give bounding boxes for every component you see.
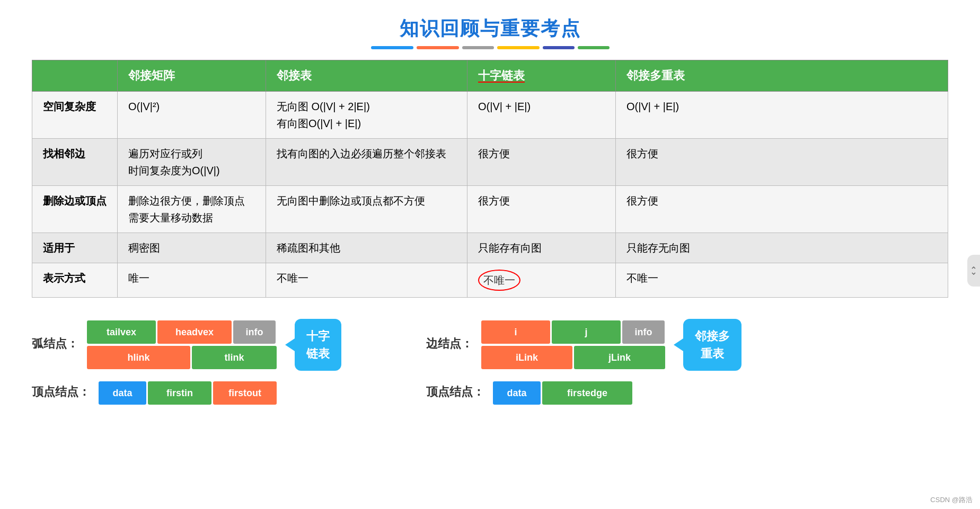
space-adj-matrix: O(|V|²) bbox=[118, 92, 266, 139]
scroll-indicator[interactable] bbox=[967, 255, 980, 287]
edge-node-row2: iLink jLink bbox=[481, 346, 665, 369]
arc-node-label: 弧结点： bbox=[32, 336, 78, 352]
data-cell-right: data bbox=[493, 381, 541, 405]
cross-callout-wrapper: 十字链表 bbox=[285, 319, 341, 371]
hlink-cell: hlink bbox=[87, 346, 190, 369]
arc-node-section: 弧结点： tailvex headvex info hlink tlink bbox=[32, 319, 341, 371]
scroll-icon bbox=[970, 265, 977, 276]
header-empty bbox=[32, 60, 118, 92]
circled-text: 不唯一 bbox=[478, 270, 520, 291]
color-indigo bbox=[543, 46, 575, 49]
cross-list-diagram-group: 弧结点： tailvex headvex info hlink tlink bbox=[32, 319, 341, 405]
main-container: 知识回顾与重要考点 邻接矩阵 邻接表 十字链表 邻接多重表 空间复杂度 O(|V… bbox=[0, 0, 980, 509]
title-section: 知识回顾与重要考点 bbox=[32, 16, 948, 42]
multi-callout-wrapper: 邻接多重表 bbox=[674, 319, 741, 371]
edge-node-cells: i j info iLink jLink bbox=[481, 320, 665, 369]
arc-node-row2: hlink tlink bbox=[87, 346, 277, 369]
edge-node-row1: i j info bbox=[481, 320, 665, 344]
edge-node-label: 边结点： bbox=[426, 336, 473, 352]
delete-multi-list: 很方便 bbox=[616, 186, 948, 233]
firstout-cell: firstout bbox=[213, 381, 277, 405]
delete-cross-list: 很方便 bbox=[467, 186, 616, 233]
edge-node-section: 边结点： i j info iLink jLink bbox=[426, 319, 741, 371]
rep-adj-list: 不唯一 bbox=[266, 263, 467, 298]
vertex-node-right-row: data firstedge bbox=[493, 381, 632, 405]
header-adj-list: 邻接表 bbox=[266, 60, 467, 92]
arc-node-cells: tailvex headvex info hlink tlink bbox=[87, 320, 277, 369]
header-adj-matrix: 邻接矩阵 bbox=[118, 60, 266, 92]
header-cross-list: 十字链表 bbox=[467, 60, 616, 92]
headvex-cell: headvex bbox=[157, 320, 232, 344]
color-bar bbox=[32, 46, 948, 49]
adjacent-adj-list: 找有向图的入边必须遍历整个邻接表 bbox=[266, 139, 467, 186]
space-adj-list: 无向图 O(|V| + 2|E|)有向图O(|V| + |E|) bbox=[266, 92, 467, 139]
color-orange bbox=[417, 46, 459, 49]
apply-adj-matrix: 稠密图 bbox=[118, 233, 266, 263]
color-blue bbox=[371, 46, 413, 49]
adjacent-cross-list: 很方便 bbox=[467, 139, 616, 186]
vertex-node-left-label: 顶点结点： bbox=[32, 384, 90, 400]
space-cross-list: O(|V| + |E|) bbox=[467, 92, 616, 139]
cross-list-callout: 十字链表 bbox=[295, 319, 341, 371]
jlink-cell: jLink bbox=[574, 346, 665, 369]
tlink-cell: tlink bbox=[192, 346, 277, 369]
info-cell-arc: info bbox=[233, 320, 276, 344]
table-row: 空间复杂度 O(|V|²) 无向图 O(|V| + 2|E|)有向图O(|V| … bbox=[32, 92, 948, 139]
adjacent-multi-list: 很方便 bbox=[616, 139, 948, 186]
firstin-cell: firstin bbox=[148, 381, 211, 405]
firstedge-cell: firstedge bbox=[542, 381, 632, 405]
feature-apply: 适用于 bbox=[32, 233, 118, 263]
table-row: 表示方式 唯一 不唯一 不唯一 不唯一 bbox=[32, 263, 948, 298]
info-cell-edge: info bbox=[622, 320, 665, 344]
color-green bbox=[578, 46, 610, 49]
feature-space: 空间复杂度 bbox=[32, 92, 118, 139]
page-title: 知识回顾与重要考点 bbox=[32, 16, 948, 42]
feature-representation: 表示方式 bbox=[32, 263, 118, 298]
arc-node-row1: tailvex headvex info bbox=[87, 320, 277, 344]
feature-adjacent: 找相邻边 bbox=[32, 139, 118, 186]
apply-cross-list: 只能存有向图 bbox=[467, 233, 616, 263]
comparison-table: 邻接矩阵 邻接表 十字链表 邻接多重表 空间复杂度 O(|V|²) 无向图 O(… bbox=[32, 60, 948, 298]
header-multi-list: 邻接多重表 bbox=[616, 60, 948, 92]
color-gray bbox=[462, 46, 494, 49]
apply-multi-list: 只能存无向图 bbox=[616, 233, 948, 263]
adjacent-adj-matrix: 遍历对应行或列时间复杂度为O(|V|) bbox=[118, 139, 266, 186]
i-cell: i bbox=[481, 320, 550, 344]
vertex-node-right-section: 顶点结点： data firstedge bbox=[426, 381, 741, 405]
delete-adj-matrix: 删除边很方便，删除顶点需要大量移动数据 bbox=[118, 186, 266, 233]
ilink-cell: iLink bbox=[481, 346, 572, 369]
delete-adj-list: 无向图中删除边或顶点都不方便 bbox=[266, 186, 467, 233]
diagrams-section: 弧结点： tailvex headvex info hlink tlink bbox=[32, 319, 948, 405]
color-yellow bbox=[497, 46, 540, 49]
table-row: 找相邻边 遍历对应行或列时间复杂度为O(|V|) 找有向图的入边必须遍历整个邻接… bbox=[32, 139, 948, 186]
rep-multi-list: 不唯一 bbox=[616, 263, 948, 298]
rep-cross-list: 不唯一 bbox=[467, 263, 616, 298]
multi-list-diagram-group: 边结点： i j info iLink jLink bbox=[426, 319, 741, 405]
csdn-watermark: CSDN @路浩 bbox=[930, 495, 973, 505]
apply-adj-list: 稀疏图和其他 bbox=[266, 233, 467, 263]
callout-arrow bbox=[285, 338, 295, 351]
space-multi-list: O(|V| + |E|) bbox=[616, 92, 948, 139]
feature-delete: 删除边或顶点 bbox=[32, 186, 118, 233]
j-cell: j bbox=[552, 320, 621, 344]
callout-arrow-right bbox=[674, 338, 683, 351]
tailvex-cell: tailvex bbox=[87, 320, 156, 344]
table-row: 删除边或顶点 删除边很方便，删除顶点需要大量移动数据 无向图中删除边或顶点都不方… bbox=[32, 186, 948, 233]
vertex-node-left-section: 顶点结点： data firstin firstout bbox=[32, 381, 341, 405]
data-cell-left: data bbox=[99, 381, 146, 405]
rep-adj-matrix: 唯一 bbox=[118, 263, 266, 298]
vertex-node-left-row: data firstin firstout bbox=[99, 381, 277, 405]
multi-list-callout: 邻接多重表 bbox=[683, 319, 741, 371]
table-row: 适用于 稠密图 稀疏图和其他 只能存有向图 只能存无向图 bbox=[32, 233, 948, 263]
vertex-node-right-label: 顶点结点： bbox=[426, 384, 484, 400]
